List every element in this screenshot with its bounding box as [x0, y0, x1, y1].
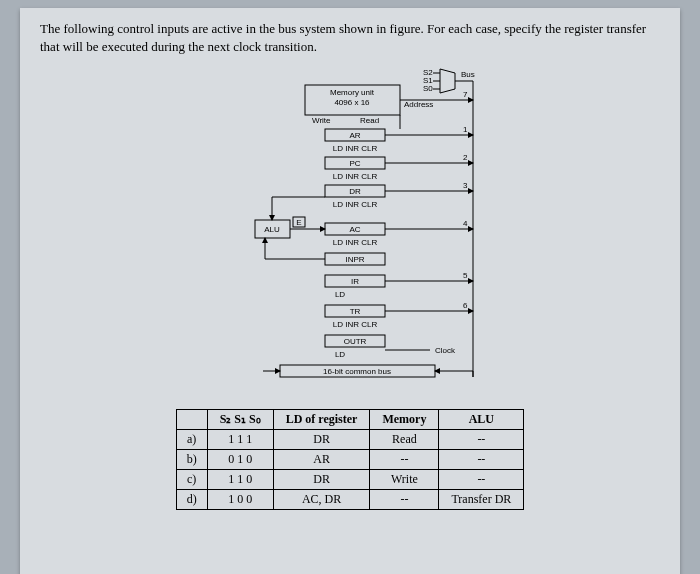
outr-label: OUTR — [344, 337, 367, 346]
address-label: Address — [404, 100, 433, 109]
ar-ctrl: LD INR CLR — [333, 144, 378, 153]
mux-s0: S0 — [423, 84, 433, 93]
cell-sel: 1 0 0 — [207, 490, 273, 510]
cell-sel: 1 1 0 — [207, 470, 273, 490]
ir-ctrl: LD — [335, 290, 345, 299]
tap5: 5 — [463, 271, 468, 280]
dr-label: DR — [349, 187, 361, 196]
bus-label: Bus — [461, 70, 475, 79]
memory-title: Memory unit — [330, 88, 375, 97]
ar-label: AR — [349, 131, 360, 140]
alu-label: ALU — [264, 225, 280, 234]
cell-mem: -- — [370, 490, 439, 510]
table-row: c) 1 1 0 DR Write -- — [176, 470, 524, 490]
row-label: a) — [176, 430, 207, 450]
memory-sub: 4096 x 16 — [334, 98, 370, 107]
tap7: 7 — [463, 90, 468, 99]
page: The following control inputs are active … — [20, 8, 680, 574]
pc-label: PC — [349, 159, 360, 168]
cell-alu: -- — [439, 470, 524, 490]
cell-sel: 1 1 1 — [207, 430, 273, 450]
tr-label: TR — [350, 307, 361, 316]
table-row: a) 1 1 1 DR Read -- — [176, 430, 524, 450]
ir-label: IR — [351, 277, 359, 286]
table-row: b) 0 1 0 AR -- -- — [176, 450, 524, 470]
outr-ctrl: LD — [335, 350, 345, 359]
clock-label: Clock — [435, 346, 456, 355]
common-bus: 16-bit common bus — [323, 367, 391, 376]
tap2: 2 — [463, 153, 468, 162]
cell-ld: DR — [273, 430, 370, 450]
cell-sel: 0 1 0 — [207, 450, 273, 470]
cell-mem: Write — [370, 470, 439, 490]
cell-alu: -- — [439, 450, 524, 470]
control-table: S₂ S₁ S₀ LD of register Memory ALU a) 1 … — [176, 409, 525, 510]
row-label: b) — [176, 450, 207, 470]
tap1: 1 — [463, 125, 468, 134]
cell-mem: Read — [370, 430, 439, 450]
inpr-label: INPR — [345, 255, 364, 264]
row-label: c) — [176, 470, 207, 490]
cell-ld: AR — [273, 450, 370, 470]
row-label: d) — [176, 490, 207, 510]
tap4: 4 — [463, 219, 468, 228]
read-label: Read — [360, 116, 379, 125]
tap6: 6 — [463, 301, 468, 310]
cell-ld: AC, DR — [273, 490, 370, 510]
ac-label: AC — [349, 225, 360, 234]
table-header-row: S₂ S₁ S₀ LD of register Memory ALU — [176, 410, 524, 430]
col-blank — [176, 410, 207, 430]
question-text: The following control inputs are active … — [40, 20, 660, 55]
col-ld: LD of register — [273, 410, 370, 430]
col-mem: Memory — [370, 410, 439, 430]
dr-ctrl: LD INR CLR — [333, 200, 378, 209]
ac-ctrl: LD INR CLR — [333, 238, 378, 247]
cell-mem: -- — [370, 450, 439, 470]
col-alu: ALU — [439, 410, 524, 430]
write-label: Write — [312, 116, 331, 125]
e-label: E — [296, 218, 301, 227]
table-row: d) 1 0 0 AC, DR -- Transfer DR — [176, 490, 524, 510]
tap3: 3 — [463, 181, 468, 190]
bus-diagram: .blk{fill:#d8dce0;stroke:#000;stroke-wid… — [40, 65, 660, 395]
pc-ctrl: LD INR CLR — [333, 172, 378, 181]
bus-diagram-svg: .blk{fill:#d8dce0;stroke:#000;stroke-wid… — [185, 65, 515, 395]
col-sel: S₂ S₁ S₀ — [207, 410, 273, 430]
cell-ld: DR — [273, 470, 370, 490]
cell-alu: Transfer DR — [439, 490, 524, 510]
cell-alu: -- — [439, 430, 524, 450]
tr-ctrl: LD INR CLR — [333, 320, 378, 329]
